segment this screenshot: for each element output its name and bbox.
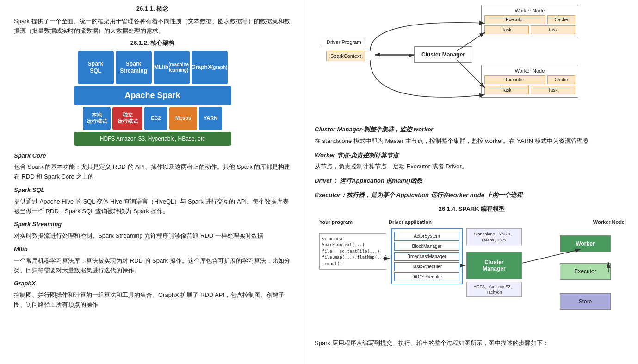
worker-node-2-label: Worker Node	[484, 68, 575, 74]
executor-prog-box: Executor	[560, 263, 611, 280]
spark-streaming-box: SparkStreaming	[116, 51, 152, 84]
mesos-box: Mesos	[169, 107, 197, 130]
code-line-4: .count()	[322, 261, 384, 267]
arch-row-modes: 本地运行模式 独立运行模式 EC2 Mesos YARN	[74, 107, 231, 130]
task-box-2a: Task	[484, 86, 529, 94]
ec2-box: EC2	[144, 107, 167, 130]
spark-streaming-text: 对实时数据流进行处理和控制。Spark Streaming 允许程序能够像普通 …	[14, 231, 291, 241]
task-box-2b: Task	[531, 86, 575, 94]
executor-box-1: Executor	[484, 15, 545, 24]
spark-core-text: 包含 Spark 的基本功能；尤其是定义 RDD 的 API、操作以及这两者上的…	[14, 162, 291, 182]
hdfs-label-box: HDFS、Amazon S3、Tachyon	[466, 282, 522, 297]
spark-sql-title: Spark SQL	[14, 185, 291, 195]
your-program-label: Your program	[319, 219, 353, 225]
driver-program-box: Driver Program	[322, 37, 366, 47]
spark-sql-box: SparkSQL	[78, 51, 114, 84]
arch-diagram: SparkSQL SparkStreaming MLlib(machinelea…	[74, 51, 231, 146]
broadcast-manager-box: BroadcastManager	[394, 252, 459, 261]
arch-row-components: SparkSQL SparkStreaming MLlib(machinelea…	[74, 51, 231, 84]
code-line-1: sc = new SparkContext(...)	[322, 236, 384, 248]
driver-section: Driver： 运行Application 的main()函数	[315, 176, 629, 186]
driver-bold: Driver： 运行Application 的main()函数	[315, 176, 629, 186]
task-scheduler-box: TaskScheduler	[394, 262, 459, 271]
last-text: Spark 应用程序从编写到提交、执行、输出的整个过程如图所示，图中描述的步骤如…	[315, 339, 629, 348]
store-box: Store	[560, 293, 611, 310]
right-panel: Worker Node Executor Cache Task Task Wor…	[305, 0, 638, 364]
code-line-2: file = sc.textFile(...)	[322, 248, 384, 255]
standalone-mode-box: 独立运行模式	[112, 107, 142, 130]
storage-bar: HDFS Amazon S3, Hypertable, HBase, etc	[74, 132, 231, 146]
cluster-manager-box: Cluster Manager	[414, 46, 472, 63]
cluster-manager-green-box: ClusterManager	[466, 252, 522, 279]
cache-box-2: Cache	[547, 75, 575, 84]
worker-bold: Worker 节点-负责控制计算节点	[315, 151, 629, 160]
worker-node-2: Worker Node Executor Cache Task Task	[481, 65, 578, 98]
section-2-title: 26.1.2. 核心架构	[14, 39, 291, 47]
worker-node-1: Worker Node Executor Cache Task Task	[481, 5, 578, 37]
worker-node-1-bottom-row: Task Task	[484, 25, 575, 34]
worker-node-label: Worker Node	[593, 219, 625, 225]
task-box-1a: Task	[484, 25, 529, 34]
cluster-options-box: Standalone、YARN、Mesos、EC2	[466, 228, 522, 246]
spark-core-title: Spark Core	[14, 151, 291, 161]
spark-prog-diagram: Your program Driver application Worker N…	[315, 217, 625, 335]
executor-section: Executor：执行器，是为某个 Application 运行在worker …	[315, 191, 629, 200]
actor-system-box: ActorSystem	[394, 232, 459, 241]
sparkcontext-box: SparkContext	[326, 51, 365, 61]
mllib-text: 一个常用机器学习算法库，算法被实现为对 RDD 的 Spark 操作。这个库包含…	[14, 256, 291, 276]
driver-app-label: Driver application	[389, 219, 432, 225]
local-mode-box: 本地运行模式	[83, 107, 111, 130]
yarn-box: YARN	[199, 107, 222, 130]
worker-text: 从节点，负责控制计算节点，启动 Executor 或者 Driver。	[315, 162, 629, 172]
block-manager-box: BlockManager	[394, 242, 459, 251]
left-panel: 26.1.1. 概念 Spark 提供了一个全面、统一的框架用于管理各种有着不同…	[0, 0, 305, 364]
cluster-diagram: Worker Node Executor Cache Task Task Wor…	[315, 5, 583, 120]
dag-scheduler-box: DAGScheduler	[394, 272, 459, 281]
mllib-title: Mllib	[14, 245, 291, 254]
executor-box-2: Executor	[484, 75, 545, 84]
graphx-box: GraphX(graph)	[192, 51, 228, 84]
driver-app-box: ActorSystem BlockManager BroadcastManage…	[391, 228, 463, 284]
code-line-3: file.map(...).flatMap(...)	[322, 254, 384, 261]
worker-node-2-top-row: Executor Cache	[484, 75, 575, 84]
graphx-text: 控制图、并行图操作和计算的一组算法和工具的集合。GraphX 扩展了 RDD A…	[14, 290, 291, 310]
section-1-text: Spark 提供了一个全面、统一的框架用于管理各种有着不同性质（文本数据、图表数…	[14, 17, 291, 36]
graphx-title: GraphX	[14, 279, 291, 289]
section-1-title: 26.1.1. 概念	[14, 5, 291, 13]
cluster-manager-text: 在 standalone 模式中即为 Master 主节点，控制整个集群，监控 …	[315, 136, 629, 146]
task-box-1b: Task	[531, 25, 575, 34]
svg-line-4	[457, 60, 485, 88]
worker-node-2-bottom-row: Task Task	[484, 86, 575, 94]
code-box: sc = new SparkContext(...) file = sc.tex…	[319, 233, 386, 270]
worker-node-1-top-row: Executor Cache	[484, 15, 575, 24]
spark-streaming-title: Spark Streaming	[14, 220, 291, 229]
apache-spark-bar: Apache Spark	[74, 86, 231, 105]
executor-bold: Executor：执行器，是为某个 Application 运行在worker …	[315, 191, 629, 200]
cache-box-1: Cache	[547, 15, 575, 24]
section-4-title: 26.1.4. SPARK 编程模型	[315, 205, 629, 213]
worker-box: Worker	[560, 235, 611, 252]
spark-sql-text: 提供通过 Apache Hive 的 SQL 变体 Hive 查询语言（Hive…	[14, 197, 291, 216]
mllib-box: MLlib(machinelearning)	[154, 51, 190, 84]
cluster-manager-bold: Cluster Manager-制整个集群，监控 worker	[315, 125, 629, 135]
worker-section: Worker 节点-负责控制计算节点 从节点，负责控制计算节点，启动 Execu…	[315, 151, 629, 172]
worker-node-1-label: Worker Node	[484, 8, 575, 13]
cluster-manager-section: Cluster Manager-制整个集群，监控 worker 在 standa…	[315, 125, 629, 146]
